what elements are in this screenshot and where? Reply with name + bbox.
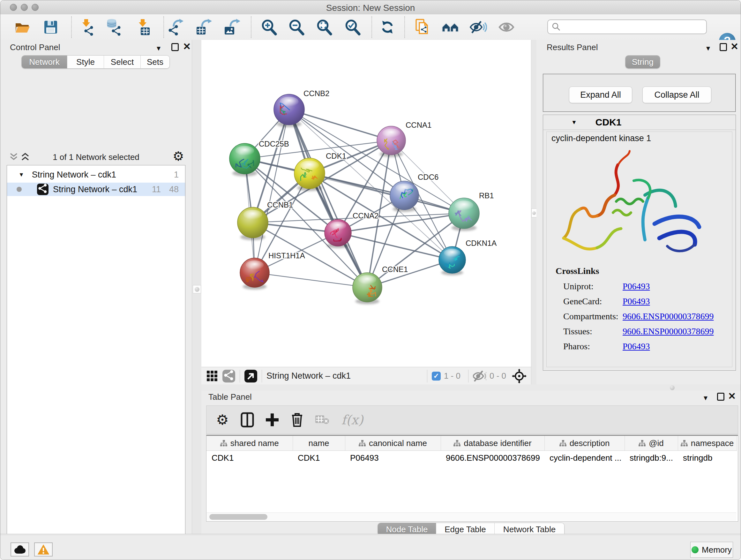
right-splitter-handle[interactable]	[531, 208, 537, 217]
network-node-CCNB1[interactable]	[238, 207, 268, 240]
cell-id[interactable]: stringdb:9...	[624, 451, 678, 465]
crosslink-label: Compartments:	[563, 311, 618, 321]
export-network-icon[interactable]	[166, 18, 185, 36]
network-node-CDC6[interactable]	[390, 181, 419, 212]
column-header[interactable]: namespace	[678, 436, 737, 451]
network-node-HIST1H1A[interactable]	[240, 258, 269, 290]
left-splitter-handle[interactable]	[193, 285, 201, 294]
collection-expander-icon[interactable]: ▼	[18, 172, 24, 178]
cell-canonical-name[interactable]: P06493	[345, 451, 441, 465]
column-header[interactable]: @id	[624, 436, 678, 451]
import-network-file-icon[interactable]	[78, 18, 96, 36]
network-node-CDC25B[interactable]	[229, 143, 260, 176]
network-node-RB1[interactable]	[449, 198, 479, 231]
selected-checkbox-icon[interactable]: ✓	[432, 372, 441, 381]
birdseye-toggle-icon[interactable]	[245, 370, 257, 382]
column-header[interactable]: database identifier	[441, 436, 544, 451]
clone-network-icon[interactable]	[413, 18, 431, 36]
cell-description[interactable]: cyclin-dependent ...	[544, 451, 624, 465]
network-edge[interactable]	[255, 110, 289, 273]
cell-namespace[interactable]: stringdb	[678, 451, 737, 465]
horizontal-splitter[interactable]	[201, 384, 741, 391]
crosshair-move-icon[interactable]	[512, 369, 527, 383]
zoom-in-icon[interactable]	[259, 18, 277, 36]
zoom-out-icon[interactable]	[287, 18, 305, 36]
refresh-icon[interactable]	[379, 18, 396, 36]
network-node-CCNB2[interactable]	[274, 94, 305, 127]
network-collection-row[interactable]: ▼ String Network – cdk1 1	[7, 168, 185, 181]
search-field[interactable]	[547, 19, 707, 34]
scrollbar-thumb[interactable]	[209, 514, 267, 520]
network-edge[interactable]	[289, 110, 391, 140]
network-tree: ▼ String Network – cdk1 1 String Network…	[7, 165, 185, 560]
cell-shared-name[interactable]: CDK1	[206, 451, 293, 465]
protein-expander-icon[interactable]: ▼	[571, 119, 577, 126]
crosslink-uniprot-link[interactable]: P06493	[623, 281, 650, 291]
export-table-icon[interactable]	[194, 18, 212, 36]
column-header[interactable]: canonical name	[345, 436, 441, 451]
export-image-icon[interactable]	[222, 18, 240, 36]
tab-style[interactable]: Style	[67, 56, 104, 68]
network-node-CDKN1A[interactable]	[439, 246, 466, 275]
tab-select[interactable]: Select	[104, 56, 140, 68]
crosslink-pharos-link[interactable]: P06493	[623, 341, 650, 351]
cloud-button[interactable]	[10, 543, 29, 557]
tab-string[interactable]: String	[625, 56, 660, 68]
add-column-icon[interactable]	[263, 411, 281, 429]
network-thumbnail-icon[interactable]	[222, 370, 235, 382]
table-panel-float-icon[interactable]	[717, 393, 724, 401]
table-panel-menu-icon[interactable]: ▾	[704, 394, 708, 401]
cell-name[interactable]: CDK1	[293, 451, 345, 465]
network-options-gear-icon[interactable]: ⚙	[173, 150, 184, 163]
horizontal-scrollbar[interactable]	[207, 512, 736, 521]
delete-column-trash-icon[interactable]	[288, 411, 306, 429]
cell-database-identifier[interactable]: 9606.ENSP00000378699	[441, 451, 544, 465]
delete-table-icon	[313, 411, 331, 429]
search-input[interactable]	[561, 22, 699, 32]
network-edge[interactable]	[289, 110, 367, 287]
control-panel-float-icon[interactable]	[172, 43, 179, 51]
network-row[interactable]: String Network – cdk1 11 48	[7, 183, 185, 196]
network-node-CCNE1[interactable]	[353, 273, 382, 304]
import-network-database-icon[interactable]	[105, 18, 123, 36]
zoom-fit-icon[interactable]	[315, 18, 333, 36]
horizontal-splitter-handle[interactable]	[670, 385, 675, 390]
open-session-icon[interactable]	[13, 18, 31, 36]
crosslink-label: Tissues:	[563, 326, 592, 336]
grid-view-icon[interactable]	[206, 370, 218, 382]
tab-sets[interactable]: Sets	[140, 56, 170, 68]
houses-icon[interactable]	[441, 18, 459, 36]
results-panel-close-icon[interactable]: ✕	[731, 42, 738, 51]
zoom-selected-icon[interactable]	[343, 18, 361, 36]
column-header[interactable]: shared name	[206, 436, 293, 451]
control-panel-close-icon[interactable]: ✕	[183, 42, 191, 51]
network-node-CCNA2[interactable]	[325, 219, 351, 248]
left-splitter[interactable]	[192, 40, 202, 534]
control-panel-menu-icon[interactable]: ▾	[157, 44, 160, 52]
table-panel-close-icon[interactable]: ✕	[728, 391, 736, 401]
collapse-all-button[interactable]: Collapse All	[643, 86, 711, 103]
network-canvas[interactable]: CCNB2CCNA1CDC25BCDK1CDC6RB1CCNB1CCNA2CDK…	[201, 40, 531, 367]
table-row[interactable]: CDK1 CDK1 P06493 9606.ENSP00000378699 cy…	[206, 451, 737, 465]
table-options-gear-icon[interactable]: ⚙	[213, 411, 231, 429]
import-table-file-icon[interactable]	[134, 18, 151, 36]
show-columns-icon[interactable]	[239, 411, 256, 429]
results-panel-float-icon[interactable]	[720, 43, 727, 51]
save-session-icon[interactable]	[42, 18, 60, 36]
network-edge[interactable]	[255, 273, 367, 287]
results-panel-menu-icon[interactable]: ▾	[706, 44, 710, 52]
protein-section-header[interactable]: ▼ CDK1	[543, 115, 736, 130]
tab-network[interactable]: Network	[22, 56, 67, 68]
hide-selected-eye-slash-icon[interactable]	[469, 18, 487, 36]
crosslink-compartments-link[interactable]: 9606.ENSP00000378699	[623, 311, 714, 321]
network-node-CCNA1[interactable]	[377, 126, 406, 157]
column-header[interactable]: description	[544, 436, 624, 451]
status-bar: Memory	[0, 534, 741, 560]
column-type-icon	[559, 440, 566, 446]
expand-all-button[interactable]: Expand All	[569, 86, 632, 103]
crosslink-tissues-link[interactable]: 9606.ENSP00000378699	[623, 326, 714, 336]
memory-button[interactable]: Memory	[690, 542, 733, 558]
crosslink-genecard-link[interactable]: P06493	[623, 296, 650, 306]
warning-button[interactable]	[34, 543, 53, 557]
column-header[interactable]: name	[293, 436, 345, 451]
